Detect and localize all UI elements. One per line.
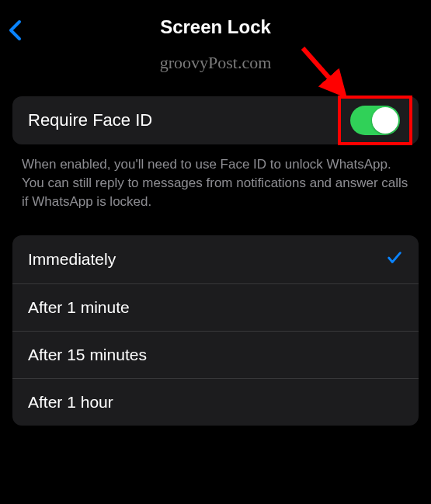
option-label: After 1 hour (28, 393, 113, 412)
option-label: Immediately (28, 250, 116, 269)
option-after-1-hour[interactable]: After 1 hour (12, 379, 419, 426)
back-button[interactable] (8, 19, 23, 44)
annotation-highlight-box (338, 96, 412, 145)
require-face-id-row[interactable]: Require Face ID (12, 96, 419, 144)
watermark: groovyPost.com (0, 53, 431, 73)
time-options-list: Immediately After 1 minute After 15 minu… (12, 235, 419, 426)
option-label: After 15 minutes (28, 346, 147, 364)
setting-description: When enabled, you'll need to use Face ID… (22, 155, 409, 210)
checkmark-icon (386, 249, 403, 269)
page-title: Screen Lock (160, 16, 271, 38)
option-immediately[interactable]: Immediately (12, 235, 419, 284)
face-id-toggle[interactable] (350, 106, 400, 135)
header: Screen Lock (0, 0, 431, 39)
option-after-15-minutes[interactable]: After 15 minutes (12, 332, 419, 379)
option-after-1-minute[interactable]: After 1 minute (12, 284, 419, 332)
chevron-left-icon (8, 19, 23, 41)
option-label: After 1 minute (28, 298, 130, 317)
toggle-knob (372, 107, 398, 134)
setting-label: Require Face ID (28, 110, 152, 130)
